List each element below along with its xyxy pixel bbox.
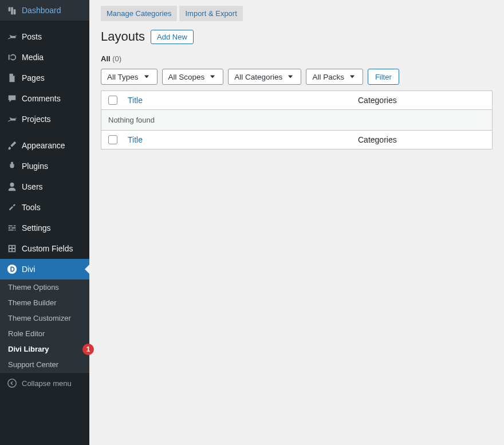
chevron-down-icon bbox=[348, 72, 357, 81]
divi-submenu: Theme Options Theme Builder Theme Custom… bbox=[0, 279, 89, 372]
menu-dashboard[interactable]: Dashboard bbox=[0, 0, 89, 21]
column-title-sort[interactable]: Title bbox=[128, 96, 143, 105]
empty-message: Nothing found bbox=[101, 110, 492, 131]
media-icon bbox=[6, 52, 18, 63]
filter-status[interactable]: All (0) bbox=[101, 54, 493, 63]
column-title-sort-footer[interactable]: Title bbox=[128, 135, 143, 144]
main-content: Manage Categories Import & Export Layout… bbox=[89, 0, 504, 445]
pin-icon bbox=[6, 113, 18, 125]
plug-icon bbox=[6, 160, 18, 172]
chevron-down-icon bbox=[286, 72, 295, 81]
pin-icon bbox=[6, 31, 18, 42]
filter-button[interactable]: Filter bbox=[368, 69, 399, 85]
notification-badge: 1 bbox=[82, 344, 94, 355]
chevron-down-icon bbox=[142, 72, 151, 81]
filter-scopes-select[interactable]: All Scopes bbox=[162, 69, 224, 85]
table-footer: Title Categories bbox=[101, 131, 492, 149]
table-header: Title Categories bbox=[101, 91, 492, 110]
user-icon bbox=[6, 181, 18, 192]
submenu-theme-options[interactable]: Theme Options bbox=[0, 279, 89, 295]
select-all-checkbox[interactable] bbox=[108, 96, 117, 105]
submenu-divi-library[interactable]: Divi Library 1 bbox=[0, 341, 89, 357]
menu-media[interactable]: Media bbox=[0, 47, 89, 68]
menu-projects[interactable]: Projects bbox=[0, 109, 89, 129]
filter-categories-select[interactable]: All Categories bbox=[228, 69, 301, 85]
menu-custom-fields[interactable]: Custom Fields bbox=[0, 238, 89, 259]
dashboard-icon bbox=[6, 5, 18, 16]
submenu-theme-builder[interactable]: Theme Builder bbox=[0, 295, 89, 310]
filter-bar: All Types All Scopes All Categories All … bbox=[101, 69, 493, 85]
menu-comments[interactable]: Comments bbox=[0, 88, 89, 109]
chevron-down-icon bbox=[208, 72, 217, 81]
pages-icon bbox=[6, 72, 18, 84]
sliders-icon bbox=[6, 222, 18, 234]
collapse-menu[interactable]: Collapse menu bbox=[0, 372, 89, 393]
column-categories: Categories bbox=[355, 91, 492, 109]
layouts-table: Title Categories Nothing found Title Cat… bbox=[101, 90, 493, 149]
menu-posts[interactable]: Posts bbox=[0, 26, 89, 47]
menu-settings[interactable]: Settings bbox=[0, 218, 89, 238]
import-export-button[interactable]: Import & Export bbox=[179, 6, 242, 21]
menu-pages[interactable]: Pages bbox=[0, 68, 89, 88]
collapse-icon bbox=[6, 377, 18, 389]
wrench-icon bbox=[6, 202, 18, 213]
menu-plugins[interactable]: Plugins bbox=[0, 156, 89, 176]
admin-sidebar: Dashboard Posts Media Pages Comments Pro… bbox=[0, 0, 89, 445]
divi-icon bbox=[6, 263, 18, 275]
menu-appearance[interactable]: Appearance bbox=[0, 135, 89, 156]
menu-users[interactable]: Users bbox=[0, 176, 89, 197]
menu-divi[interactable]: Divi bbox=[0, 259, 89, 279]
submenu-role-editor[interactable]: Role Editor bbox=[0, 326, 89, 341]
fields-icon bbox=[6, 243, 18, 254]
page-title: Layouts bbox=[101, 29, 145, 44]
comment-icon bbox=[6, 93, 18, 104]
column-categories-footer: Categories bbox=[355, 131, 492, 149]
manage-categories-button[interactable]: Manage Categories bbox=[101, 6, 177, 21]
filter-packs-select[interactable]: All Packs bbox=[306, 69, 363, 85]
add-new-button[interactable]: Add New bbox=[151, 30, 194, 44]
submenu-support-center[interactable]: Support Center bbox=[0, 357, 89, 372]
submenu-theme-customizer[interactable]: Theme Customizer bbox=[0, 310, 89, 326]
brush-icon bbox=[6, 140, 18, 151]
menu-tools[interactable]: Tools bbox=[0, 197, 89, 218]
top-buttons: Manage Categories Import & Export bbox=[101, 6, 493, 21]
filter-types-select[interactable]: All Types bbox=[101, 69, 158, 85]
svg-point-0 bbox=[7, 265, 17, 274]
select-all-footer-checkbox[interactable] bbox=[108, 135, 117, 144]
svg-point-1 bbox=[8, 379, 16, 387]
